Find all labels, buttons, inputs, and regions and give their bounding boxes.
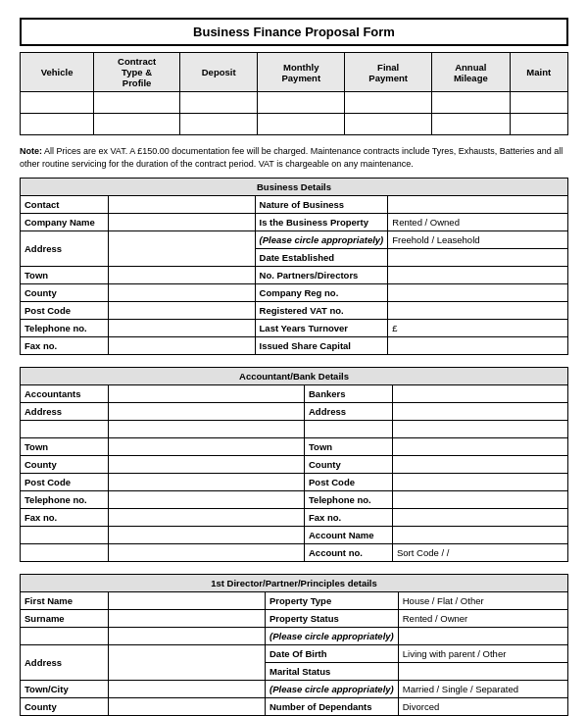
accountant-details-header: Accountant/Bank Details bbox=[21, 368, 568, 385]
table-row: County Number of Dependants Divorced bbox=[21, 698, 568, 716]
table-row bbox=[21, 421, 568, 438]
table-row: County Company Reg no. bbox=[21, 284, 568, 302]
accountant-details-table: Accountant/Bank Details Accountants Bank… bbox=[20, 367, 568, 562]
col-contract: ContractType &Profile bbox=[94, 53, 180, 92]
table-row: Post Code Post Code bbox=[21, 474, 568, 491]
table-row: Account no. Sort Code / / bbox=[21, 544, 568, 562]
table-row: Post Code Registered VAT no. bbox=[21, 302, 568, 320]
note-label: Note: bbox=[20, 146, 42, 156]
vehicle-table: Vehicle ContractType &Profile Deposit Mo… bbox=[20, 52, 568, 135]
vehicle-row-2 bbox=[21, 114, 568, 135]
table-row: First Name Property Type House / Flat / … bbox=[21, 592, 568, 610]
table-row: Address Address bbox=[21, 403, 568, 421]
note-text: All Prices are ex VAT. A £150.00 documen… bbox=[20, 146, 563, 169]
table-row: Address Date Of Birth Living with parent… bbox=[21, 645, 568, 663]
table-row: Accountants Bankers bbox=[21, 385, 568, 403]
table-row: Town/City (Please circle appropriately) … bbox=[21, 681, 568, 698]
table-row: Address (Please circle appropriately) Fr… bbox=[21, 231, 568, 249]
table-row: Fax no. Fax no. bbox=[21, 509, 568, 527]
director-details-header: 1st Director/Partner/Principles details bbox=[21, 575, 568, 592]
table-row: Account Name bbox=[21, 527, 568, 544]
table-row: Town No. Partners/Directors bbox=[21, 267, 568, 284]
table-row: Telephone no. Telephone no. bbox=[21, 491, 568, 509]
col-final: FinalPayment bbox=[345, 53, 432, 92]
director-details-table: 1st Director/Partner/Principles details … bbox=[20, 574, 568, 716]
col-vehicle: Vehicle bbox=[21, 53, 94, 92]
table-row: Fax no. Issued Share Capital bbox=[21, 337, 568, 355]
note-section: Note: All Prices are ex VAT. A £150.00 d… bbox=[20, 145, 568, 170]
table-row: County County bbox=[21, 456, 568, 474]
table-row: Telephone no. Last Years Turnover £ bbox=[21, 320, 568, 337]
business-details-table: Business Details Contact Nature of Busin… bbox=[20, 178, 568, 355]
table-row: Company Name Is the Business Property Re… bbox=[21, 214, 568, 231]
table-row: (Please circle appropriately) bbox=[21, 628, 568, 645]
table-row: Surname Property Status Rented / Owner bbox=[21, 610, 568, 628]
col-mileage: AnnualMileage bbox=[432, 53, 510, 92]
business-details-header: Business Details bbox=[21, 179, 568, 196]
vehicle-row-1 bbox=[21, 92, 568, 114]
col-maint: Maint bbox=[510, 53, 567, 92]
col-monthly: MonthlyPayment bbox=[258, 53, 345, 92]
form-title: Business Finance Proposal Form bbox=[20, 18, 568, 46]
table-row: Town Town bbox=[21, 438, 568, 456]
col-deposit: Deposit bbox=[179, 53, 257, 92]
table-row: Contact Nature of Business bbox=[21, 196, 568, 214]
